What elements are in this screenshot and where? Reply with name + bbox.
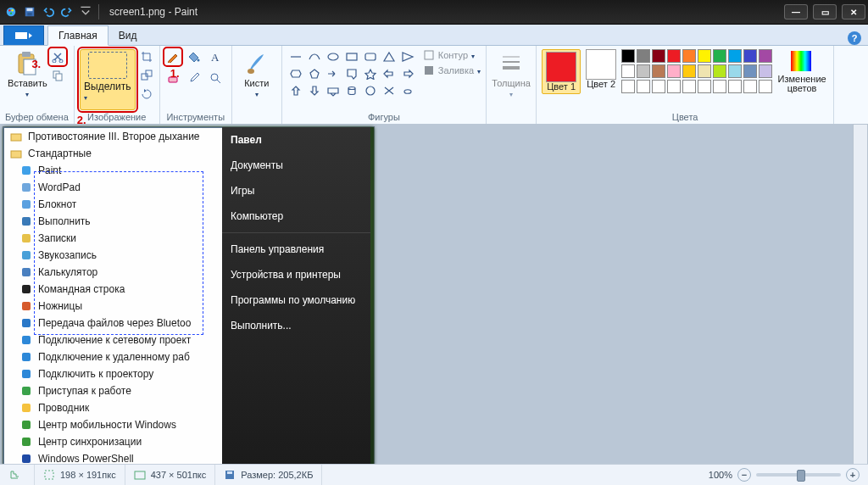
startmenu-right-item[interactable]: Программы по умолчанию	[222, 287, 370, 313]
startmenu-user[interactable]: Павел	[222, 127, 370, 153]
undo-icon[interactable]	[41, 4, 56, 20]
maximize-button[interactable]: ▭	[813, 4, 837, 20]
color-swatch[interactable]	[682, 80, 696, 93]
program-icon	[19, 316, 33, 330]
color1-button[interactable]: Цвет 1	[542, 49, 581, 94]
tree-item[interactable]: Выполнить	[4, 213, 223, 230]
tree-item[interactable]: Центр синхронизации	[4, 433, 223, 450]
edit-colors-button[interactable]: Изменение цветов	[776, 49, 828, 93]
resize-button[interactable]	[139, 68, 154, 83]
text-tool[interactable]: A	[208, 49, 223, 64]
tree-item[interactable]: Ножницы	[4, 298, 223, 315]
startmenu-right-item[interactable]: Устройства и принтеры	[222, 262, 370, 287]
color-swatch[interactable]	[759, 64, 772, 78]
color-swatch[interactable]	[667, 64, 681, 78]
tree-item[interactable]: Windows PowerShell	[4, 450, 223, 465]
zoom-out-button[interactable]: −	[737, 468, 751, 482]
tree-item[interactable]: Приступая к работе	[4, 382, 223, 399]
copy-button[interactable]	[50, 68, 65, 83]
color-swatch[interactable]	[743, 80, 757, 93]
thickness-button[interactable]: Толщина▾	[492, 49, 531, 109]
canvas[interactable]: Противостояние III. Второе дыхание Станд…	[3, 127, 374, 465]
color-palette[interactable]	[621, 49, 772, 93]
zoom-in-button[interactable]: +	[846, 468, 860, 482]
color-swatch[interactable]	[713, 80, 726, 93]
select-button[interactable]: Выделить▾	[80, 49, 136, 110]
tree-item[interactable]: Блокнот	[4, 196, 223, 213]
color-swatch[interactable]	[637, 64, 650, 78]
color-swatch[interactable]	[698, 64, 711, 78]
tree-item[interactable]: WordPad	[4, 179, 223, 196]
tree-item[interactable]: Paint	[4, 162, 223, 179]
magnifier-tool[interactable]	[208, 70, 223, 86]
tree-item[interactable]: Записки	[4, 230, 223, 247]
tree-item[interactable]: Подключить к проектору	[4, 365, 223, 382]
tab-main[interactable]: Главная	[47, 25, 108, 46]
redo-icon[interactable]	[59, 4, 75, 20]
tree-item[interactable]: Проводник	[4, 399, 223, 416]
tree-folder[interactable]: Стандартные	[4, 145, 223, 162]
color-swatch[interactable]	[728, 49, 742, 63]
eyedropper-tool[interactable]	[186, 70, 202, 86]
color-swatch[interactable]	[698, 49, 711, 63]
file-menu-button[interactable]	[3, 25, 44, 45]
color-swatch[interactable]	[652, 80, 665, 93]
color-swatch[interactable]	[667, 80, 681, 93]
color-swatch[interactable]	[621, 64, 635, 78]
color-swatch[interactable]	[637, 49, 650, 63]
color-swatch[interactable]	[682, 49, 696, 63]
zoom-control[interactable]: 100% − +	[700, 468, 868, 482]
startmenu-right-item[interactable]: Компьютер	[222, 203, 370, 229]
tree-item[interactable]: Командная строка	[4, 281, 223, 298]
color-swatch[interactable]	[682, 64, 696, 78]
fill-tool[interactable]	[186, 49, 202, 64]
tree-item[interactable]: Подключение к сетевому проект	[4, 332, 223, 348]
close-button[interactable]: ✕	[842, 4, 865, 20]
color-swatch[interactable]	[759, 80, 772, 93]
tree-item[interactable]: Подключение к удаленному раб	[4, 348, 223, 365]
color2-button[interactable]: Цвет 2	[584, 49, 618, 89]
color-swatch[interactable]	[621, 80, 635, 93]
color-swatch[interactable]	[713, 49, 726, 63]
tree-item[interactable]: Калькулятор	[4, 264, 223, 281]
color-swatch[interactable]	[698, 80, 711, 93]
color-swatch[interactable]	[667, 49, 681, 63]
tree-item[interactable]: Центр мобильности Windows	[4, 416, 223, 433]
vertical-scrollbar[interactable]	[853, 124, 868, 465]
rotate-button[interactable]	[139, 86, 154, 102]
pencil-tool[interactable]	[165, 49, 181, 64]
tree-folder[interactable]: Противостояние III. Второе дыхание	[4, 128, 223, 145]
color-swatch[interactable]	[713, 64, 726, 78]
tree-item[interactable]: Звукозапись	[4, 247, 223, 264]
cut-button[interactable]	[50, 49, 65, 64]
color-swatch[interactable]	[759, 49, 772, 63]
tab-view[interactable]: Вид	[108, 26, 147, 45]
color-swatch[interactable]	[743, 49, 757, 63]
color-swatch[interactable]	[728, 80, 742, 93]
color-swatch[interactable]	[652, 49, 665, 63]
startmenu-right-item[interactable]: Документы	[222, 153, 370, 178]
svg-point-21	[248, 69, 254, 74]
color-swatch[interactable]	[652, 64, 665, 78]
paste-button[interactable]: Вставить▾	[8, 49, 47, 109]
fill-button[interactable]: Заливка▾	[423, 64, 481, 76]
zoom-slider[interactable]	[756, 473, 841, 477]
startmenu-right-item[interactable]: Игры	[222, 178, 370, 203]
contour-button[interactable]: Контур▾	[423, 49, 481, 61]
crop-button[interactable]	[139, 49, 154, 64]
save-icon[interactable]	[22, 4, 37, 20]
minimize-button[interactable]: —	[784, 4, 808, 20]
qat-dropdown-icon[interactable]	[78, 4, 93, 20]
color-swatch[interactable]	[743, 64, 757, 78]
group-label-colors: Цвета	[672, 112, 698, 122]
brushes-button[interactable]: Кисти▾	[237, 49, 276, 109]
color-swatch[interactable]	[621, 49, 635, 63]
canvas-area[interactable]: Противостояние III. Второе дыхание Станд…	[0, 124, 868, 465]
color-swatch[interactable]	[728, 64, 742, 78]
tree-item[interactable]: Передача файлов через Bluetoo	[4, 315, 223, 332]
startmenu-right-item[interactable]: Выполнить...	[222, 313, 370, 338]
help-button[interactable]: ?	[848, 31, 861, 45]
startmenu-right-item[interactable]: Панель управления	[222, 237, 370, 262]
shapes-gallery[interactable]	[287, 49, 416, 98]
color-swatch[interactable]	[637, 80, 650, 93]
